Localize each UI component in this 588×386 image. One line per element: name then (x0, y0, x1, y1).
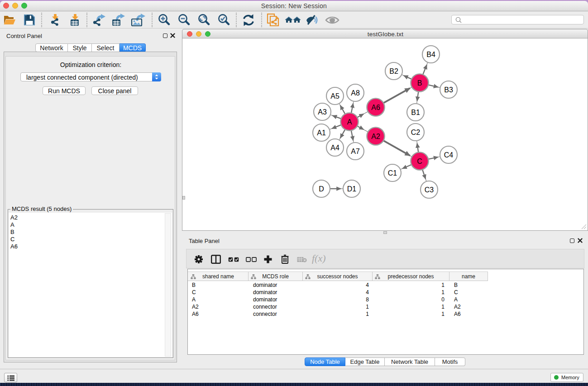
svg-text:A4: A4 (330, 144, 339, 152)
svg-text:C1: C1 (388, 169, 397, 177)
svg-text:C4: C4 (444, 151, 454, 159)
svg-text:A1: A1 (317, 129, 326, 137)
svg-text:A5: A5 (330, 92, 339, 100)
svg-text:A: A (347, 118, 352, 126)
svg-text:C: C (417, 157, 422, 165)
svg-text:B2: B2 (389, 67, 398, 75)
svg-text:A6: A6 (371, 104, 380, 111)
svg-text:B1: B1 (411, 109, 420, 116)
svg-text:B3: B3 (444, 86, 453, 94)
svg-text:D1: D1 (347, 185, 357, 193)
svg-text:C3: C3 (425, 186, 434, 194)
svg-text:A7: A7 (351, 148, 360, 155)
svg-text:B: B (417, 79, 422, 87)
svg-text:B4: B4 (426, 51, 435, 58)
svg-text:D: D (319, 185, 324, 193)
svg-text:A3: A3 (318, 108, 327, 116)
svg-text:A8: A8 (351, 89, 360, 97)
svg-text:A2: A2 (371, 133, 380, 140)
svg-text:C2: C2 (411, 129, 421, 136)
